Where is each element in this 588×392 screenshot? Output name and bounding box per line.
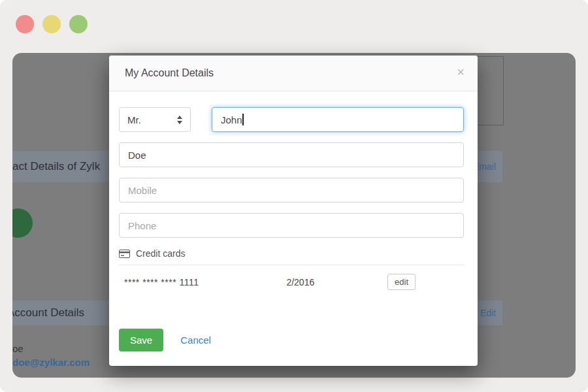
salutation-select[interactable]: Mr. [119,107,191,132]
zoom-window-button[interactable] [69,15,88,33]
divider [119,265,464,265]
contact-details-title: act Details of Zylk [12,160,100,173]
close-window-button[interactable] [16,15,34,33]
modal-body: Mr. Credit cards [109,91,478,329]
edit-link[interactable]: Edit [480,308,496,318]
modal-header: My Account Details × [109,56,478,91]
modal-footer: Save Cancel [109,329,478,366]
my-account-details-modal: My Account Details × Mr. [109,56,478,366]
modal-title: My Account Details [125,67,214,79]
first-name-input[interactable] [212,107,464,132]
text-caret [242,114,244,125]
first-name-wrap [212,107,464,132]
edit-card-button[interactable]: edit [387,274,416,290]
mobile-input[interactable] [119,178,464,203]
phone-input[interactable] [119,213,464,238]
last-name-input[interactable] [119,142,464,167]
close-icon[interactable]: × [457,65,465,78]
credit-card-row: **** **** **** 1111 2/2016 edit [119,274,464,290]
account-details-title: Account Details [12,306,84,319]
card-number-masked: **** **** **** 1111 [124,277,286,287]
credit-cards-label: Credit cards [136,248,185,259]
credit-cards-section: Credit cards [119,248,464,259]
minimize-window-button[interactable] [42,15,61,33]
profile-name-text: oe [12,343,24,354]
cancel-link[interactable]: Cancel [180,335,211,346]
credit-card-icon [119,250,130,258]
app-window: act Details of Zylk Email Account Detail… [0,0,588,392]
name-row: Mr. [119,107,464,132]
salutation-value: Mr. [127,114,141,125]
profile-email-link[interactable]: doe@zylkar.com [12,357,90,368]
stepper-icon [177,116,182,124]
avatar [12,208,33,238]
card-expiry: 2/2016 [286,277,387,287]
save-button[interactable]: Save [119,329,163,351]
window-controls [16,15,88,33]
